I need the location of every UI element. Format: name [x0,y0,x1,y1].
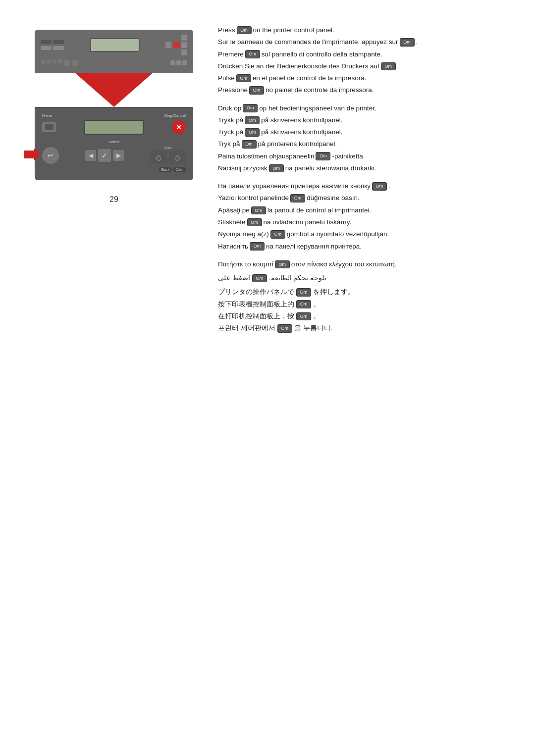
text-before-fr: Sur le panneau de commandes de l'imprima… [218,37,398,48]
text-before-hu: Nyomja meg a(z) [218,229,269,240]
menu-button-illustration [42,122,56,132]
text-before-ja: プリンタの操作パネルで [218,287,294,298]
text-before-ru: На панели управления принтера нажмите кн… [218,181,371,192]
text-after-ar: بلوحة تحكم الطابعة. [269,273,326,284]
instructions-group-2: Druk op Om op het bedieningspaneel van d… [218,103,510,174]
btn-ko: Om [277,324,292,333]
text-before-tr: Yazıcı kontrol panelinde [218,193,289,203]
instructions-group-5: بلوحة تحكم الطابعة. Om اضغط على [218,273,510,284]
instruction-fi: Paina tulostimen ohjauspaneelin Om -pain… [218,151,510,162]
instruction-ro: Apăsaţi pe Om la panoul de control al im… [218,205,510,216]
nav-check-button: ✓ [98,149,111,162]
text-before-pl: Naciśnij przycisk [218,163,268,174]
text-after-zh-cn: 。 [313,311,320,322]
text-after-ru: . [388,181,390,192]
text-after-no: på skriverens kontrollpanel. [261,115,342,126]
btn-sv: Om [245,128,260,137]
text-after-pl: na panelu sterowania drukarki. [285,163,376,174]
btn-de: Om [381,62,396,71]
stop-cancel-label: Stop/Cancel [164,113,186,118]
btn-no: Om [245,116,260,125]
text-after-nl: op het bedieningspaneel van de printer. [259,103,376,114]
text-before-nl: Druk op [218,103,241,114]
text-before-sv: Tryck på [218,127,243,138]
control-panel-screen [84,120,144,135]
text-after-tr: düğmesine basın. [307,193,360,203]
start-buttons-illustration: ◇ ◇ [150,151,186,164]
stop-cancel-button-illustration: ✕ [172,120,186,134]
start-label: Start [150,146,186,150]
btn-fi: Om [316,152,330,160]
instruction-en: Press Om on the printer control panel. [218,25,510,36]
text-after-hu: gombot a nyomtató vezérlőpultján. [287,229,389,240]
text-after-sv: på skrivarens kontrollpanel. [261,127,342,138]
text-before-it: Premere [218,49,244,60]
instruction-fr: Sur le panneau de commandes de l'imprima… [218,37,510,48]
btn-pl: Om [269,164,284,173]
instruction-uk: Натисніть Om на панелі керування принтер… [218,241,510,252]
instruction-ja: プリンタの操作パネルで Om を押します。 [218,287,510,298]
text-after-es: en el panel de control de la impresora. [253,73,367,84]
nav-left-arrow: ◀ [85,150,96,161]
instruction-cs: Stiskněte Om na ovládacím panelu tiskárn… [218,217,510,228]
instruction-ko: 프린터 제어판에서 Om 을 누릅니다. [218,323,510,334]
instruction-ar: بلوحة تحكم الطابعة. Om اضغط على [218,273,510,284]
printer-screen [90,38,140,52]
select-label: Select [108,140,119,144]
instruction-el: Πατήστε το κουμπί Om στον πίνακα ελέγχου… [218,259,510,270]
printer-top-illustration [35,30,193,73]
black-label: Black [159,167,171,172]
btn-ja: Om [296,288,311,297]
text-before-ar: اضغط على [218,273,250,284]
page-number: 29 [109,195,118,204]
text-before-pt: Pressione [218,85,248,96]
instruction-es: Pulse Om en el panel de control de la im… [218,73,510,84]
instruction-ru: На панели управления принтера нажмите кн… [218,181,510,192]
btn-nl: Om [243,104,258,112]
text-before-de: Drücken Sie an der Bedienerkonsole des D… [218,61,379,72]
instructions-group-4: Πατήστε το κουμπί Om στον πίνακα ελέγχου… [218,259,510,270]
left-panel: Menu Stop/Cancel ✕ Select [25,20,203,341]
red-arrow-illustration [35,72,193,107]
text-after-uk: на панелі керування принтера. [266,241,362,252]
text-before-zh-cn: 在打印机控制面板上，按 [218,311,294,322]
instruction-pt: Pressione Om no painel de controle da im… [218,85,510,96]
text-after-cs: na ovládacím panelu tiskárny. [264,217,352,228]
printer-top-right-buttons [165,35,187,55]
text-after-ro: la panoul de control al imprimantei. [268,205,371,216]
btn-fr: Om [400,38,415,47]
instructions-panel: Press Om on the printer control panel. S… [218,20,510,341]
btn-uk: Om [250,242,265,251]
instruction-da: Tryk på Om på printerens kontrolpanel. [218,139,510,150]
text-before-uk: Натисніть [218,241,248,252]
text-before-ro: Apăsaţi pe [218,205,250,216]
text-after-el: στον πίνακα ελέγχου του εκτυπωτή. [291,259,397,270]
text-before-ko: 프린터 제어판에서 [218,323,275,334]
btn-hu: Om [270,230,285,239]
text-after-pt: no painel de controle da impressora. [266,85,374,96]
instructions-group-6: プリンタの操作パネルで Om を押します。 按下印表機控制面板上的 Om 。 在… [218,287,510,334]
btn-zh-cn: Om [296,312,311,321]
btn-zh-tw: Om [296,300,311,308]
text-before-el: Πατήστε το κουμπί [218,259,273,270]
instruction-sv: Tryck på Om på skrivarens kontrollpanel. [218,127,510,138]
text-after-ja: を押します。 [313,287,355,298]
color-label: Color [173,167,186,172]
btn-tr: Om [290,194,305,202]
text-after-da: på printerens kontrolpanel. [258,139,337,150]
start-black-button: ◇ [150,151,167,164]
nav-center-illustration: ◀ ✓ ▶ [85,149,124,162]
back-button-illustration: ↩ [42,147,59,164]
instruction-hu: Nyomja meg a(z) Om gombot a nyomtató vez… [218,229,510,240]
btn-ar: Om [252,274,267,283]
text-after-fi: -painiketta. [332,151,365,162]
instruction-zh-tw: 按下印表機控制面板上的 Om 。 [218,299,510,310]
menu-label: Menu [42,113,52,118]
svg-marker-0 [24,149,41,160]
instruction-de: Drücken Sie an der Bedienerkonsole des D… [218,61,510,72]
text-after-en: on the printer control panel. [253,25,334,36]
btn-pt: Om [249,86,264,95]
instruction-it: Premere Om sul pannello di controllo del… [218,49,510,60]
text-after-de: . [397,61,399,72]
btn-el: Om [275,260,290,269]
